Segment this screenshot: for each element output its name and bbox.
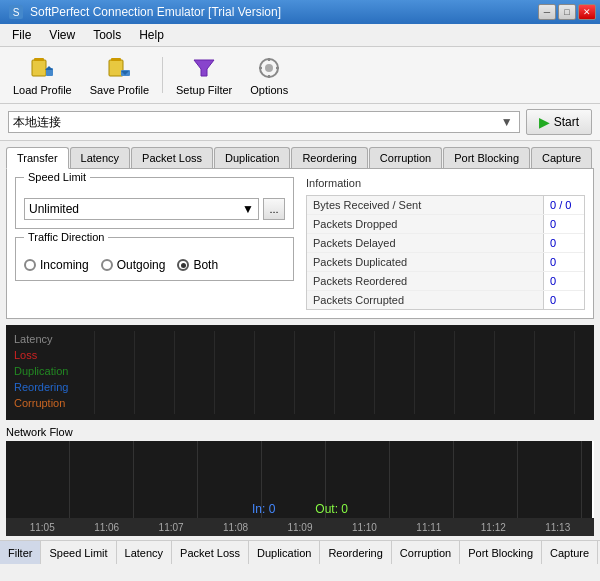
status-corruption[interactable]: Corruption [392,541,460,564]
time-label-5: 11:10 [352,522,377,533]
save-profile-icon [105,54,133,82]
info-label-bytes: Bytes Received / Sent [307,196,544,214]
options-icon [255,54,283,82]
radio-both-dot [181,263,186,268]
status-port-blocking[interactable]: Port Blocking [460,541,542,564]
info-row-dropped: Packets Dropped 0 [307,215,584,234]
tab-reordering[interactable]: Reordering [291,147,367,168]
legend-duplication-label: Duplication [14,365,68,377]
tab-packet-loss[interactable]: Packet Loss [131,147,213,168]
tab-corruption[interactable]: Corruption [369,147,442,168]
start-label: Start [554,115,579,129]
status-packet-loss[interactable]: Packet Loss [172,541,249,564]
info-row-reordered: Packets Reordered 0 [307,272,584,291]
radio-both-circle [177,259,189,271]
flow-out-label: Out: 0 [315,502,348,516]
chart-area: Latency Loss Duplication Reordering Corr… [6,325,594,420]
load-profile-button[interactable]: Load Profile [6,51,79,99]
legend-reordering-label: Reordering [14,381,68,393]
flow-time-labels: 11:05 11:06 11:07 11:08 11:09 11:10 11:1… [6,522,594,533]
info-label-dropped: Packets Dropped [307,215,544,233]
info-value-reordered: 0 [544,272,584,290]
info-label-duplicated: Packets Duplicated [307,253,544,271]
load-profile-label: Load Profile [13,84,72,96]
info-row-corrupted: Packets Corrupted 0 [307,291,584,309]
minimize-button[interactable]: ─ [538,4,556,20]
info-value-dropped: 0 [544,215,584,233]
combo-arrow-icon: ▼ [499,115,515,129]
info-value-bytes: 0 / 0 [544,196,584,214]
legend-corruption-label: Corruption [14,397,65,409]
time-label-0: 11:05 [30,522,55,533]
tab-latency[interactable]: Latency [70,147,131,168]
info-value-duplicated: 0 [544,253,584,271]
setup-filter-button[interactable]: Setup Filter [169,51,239,99]
tab-transfer[interactable]: Transfer [6,147,69,169]
app-icon: S [8,4,24,20]
info-value-corrupted: 0 [544,291,584,309]
speed-limit-selector[interactable]: Unlimited ▼ [24,198,259,220]
tab-capture[interactable]: Capture [531,147,592,168]
chart-canvas [94,331,586,414]
radio-incoming-circle [24,259,36,271]
network-flow-title: Network Flow [6,426,594,438]
load-profile-icon [28,54,56,82]
start-button[interactable]: ▶ Start [526,109,592,135]
status-bar: Filter Speed Limit Latency Packet Loss D… [0,540,600,564]
info-label-corrupted: Packets Corrupted [307,291,544,309]
tab-duplication[interactable]: Duplication [214,147,290,168]
menu-file[interactable]: File [4,26,39,44]
legend-loss-label: Loss [14,349,37,361]
status-capture[interactable]: Capture [542,541,598,564]
options-button[interactable]: Options [243,51,295,99]
time-label-1: 11:06 [94,522,119,533]
speed-limit-extra-button[interactable]: ... [263,198,285,220]
connection-value: 本地连接 [13,114,61,131]
speed-limit-title: Speed Limit [24,171,90,183]
left-panel: Speed Limit Unlimited ▼ ... Traffic Dire… [15,177,294,310]
status-speed-limit[interactable]: Speed Limit [41,541,116,564]
connection-selector[interactable]: 本地连接 ▼ [8,111,520,133]
tab-bar: Transfer Latency Packet Loss Duplication… [0,141,600,168]
status-latency[interactable]: Latency [117,541,173,564]
right-panel: Information Bytes Received / Sent 0 / 0 … [306,177,585,310]
radio-outgoing-label: Outgoing [117,258,166,272]
menu-tools[interactable]: Tools [85,26,129,44]
maximize-button[interactable]: □ [558,4,576,20]
speed-combo-arrow-icon: ▼ [242,202,254,216]
network-flow-chart: 11:05 11:06 11:07 11:08 11:09 11:10 11:1… [6,441,594,536]
traffic-direction-group: Traffic Direction Incoming Outgoing [15,237,294,281]
radio-outgoing[interactable]: Outgoing [101,258,166,272]
radio-incoming[interactable]: Incoming [24,258,89,272]
legend-reordering: Reordering [14,381,84,393]
save-profile-button[interactable]: Save Profile [83,51,156,99]
main-content: Speed Limit Unlimited ▼ ... Traffic Dire… [6,168,594,319]
app-title: SoftPerfect Connection Emulator [Trial V… [30,5,281,19]
status-reordering[interactable]: Reordering [320,541,391,564]
toolbar-separator-1 [162,57,163,93]
status-filter[interactable]: Filter [0,541,41,564]
toolbar: Load Profile Save Profile Setup Filter [0,47,600,104]
info-row-duplicated: Packets Duplicated 0 [307,253,584,272]
speed-limit-group: Speed Limit Unlimited ▼ ... [15,177,294,229]
radio-incoming-label: Incoming [40,258,89,272]
menu-help[interactable]: Help [131,26,172,44]
info-label-delayed: Packets Delayed [307,234,544,252]
address-bar: 本地连接 ▼ ▶ Start [0,104,600,141]
options-label: Options [250,84,288,96]
close-button[interactable]: ✕ [578,4,596,20]
svg-rect-3 [34,58,44,61]
menu-bar: File View Tools Help [0,24,600,47]
svg-text:S: S [13,7,20,18]
radio-both[interactable]: Both [177,258,218,272]
tab-port-blocking[interactable]: Port Blocking [443,147,530,168]
traffic-direction-title: Traffic Direction [24,231,108,243]
menu-view[interactable]: View [41,26,83,44]
status-duplication[interactable]: Duplication [249,541,320,564]
info-row-bytes: Bytes Received / Sent 0 / 0 [307,196,584,215]
speed-limit-value: Unlimited [29,202,79,216]
legend-duplication: Duplication [14,365,84,377]
svg-point-12 [265,64,273,72]
time-label-3: 11:08 [223,522,248,533]
radio-outgoing-circle [101,259,113,271]
